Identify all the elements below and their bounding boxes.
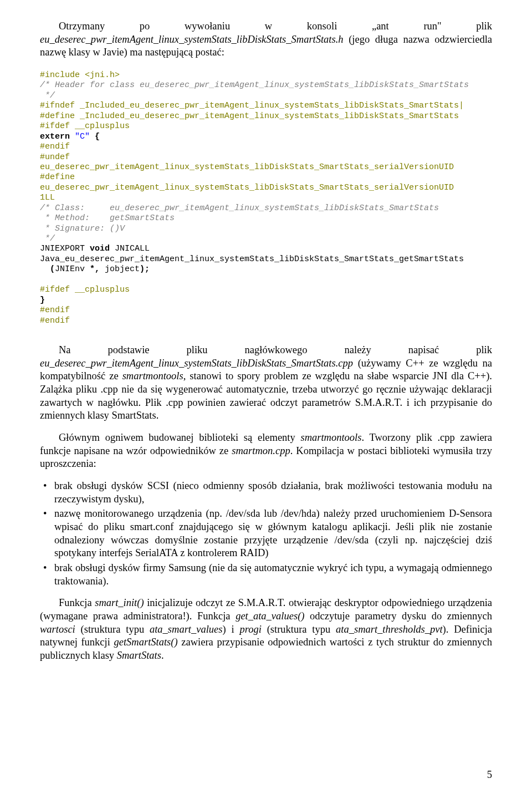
smart-init-text: Funkcja smart_init() inicjalizuje odczyt… [40,597,492,661]
after-code-text: Na podstawie pliku nagłówkowego należy n… [40,344,492,421]
intro-paragraph: Otrzymany po wywołaniu w konsoli „ant ru… [40,20,492,59]
library-text: Głównym ogniwem budowanej biblioteki są … [40,432,492,469]
list-item: nazwę monitorowanego urządzenia (np. /de… [54,507,492,560]
list-item: brak obsługi dysków firmy Samsung (nie d… [54,562,492,588]
after-code-paragraph: Na podstawie pliku nagłówkowego należy n… [40,344,492,423]
code-block: #include <jni.h> /* Header for class eu_… [40,70,492,326]
library-paragraph: Głównym ogniwem budowanej biblioteki są … [40,431,492,471]
smart-init-paragraph: Funkcja smart_init() inicjalizuje odczyt… [40,597,492,662]
document-page: Otrzymany po wywołaniu w konsoli „ant ru… [0,0,532,794]
bullet-list: brak obsługi dysków SCSI (nieco odmienny… [40,480,492,588]
intro-text: Otrzymany po wywołaniu w konsoli „ant ru… [40,21,492,58]
list-item: brak obsługi dysków SCSI (nieco odmienny… [54,480,492,506]
page-number: 5 [487,769,492,781]
